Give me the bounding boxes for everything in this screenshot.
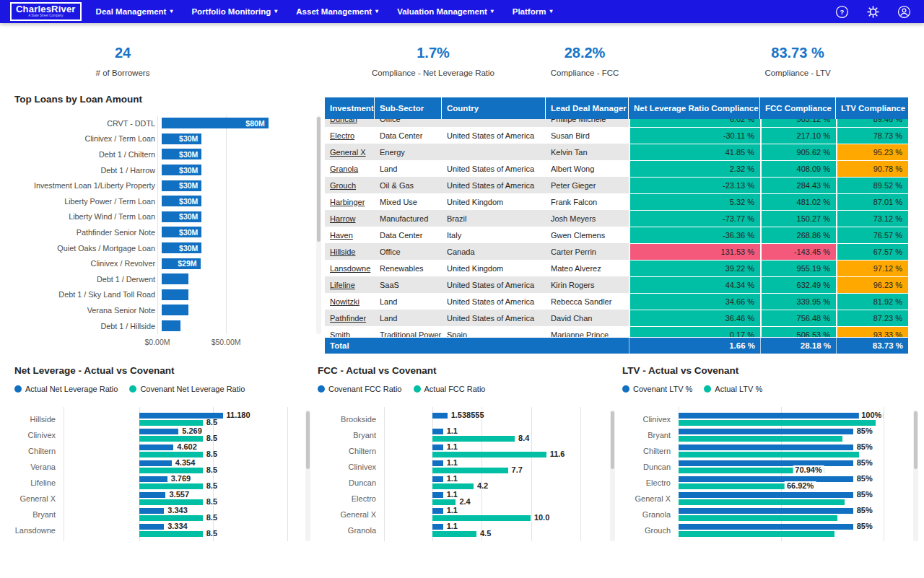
bar[interactable] <box>679 413 884 419</box>
bar[interactable]: $80M <box>162 118 269 128</box>
investment-link[interactable]: Pathfinder <box>330 314 366 323</box>
bar[interactable] <box>432 429 443 434</box>
bar[interactable]: $30M <box>162 211 201 222</box>
column-header[interactable]: Investment <box>325 97 375 119</box>
investment-link[interactable]: Granola <box>330 165 358 173</box>
vertical-scrollbar[interactable] <box>305 410 310 541</box>
bar[interactable]: $30M <box>162 165 201 175</box>
bar[interactable] <box>139 476 167 482</box>
bar[interactable] <box>432 531 476 537</box>
bar[interactable] <box>679 524 853 530</box>
investment-link[interactable]: Hillside <box>330 248 355 256</box>
column-header[interactable]: LTV Compliance <box>836 97 908 119</box>
bar[interactable] <box>432 524 443 530</box>
bar[interactable] <box>139 515 203 521</box>
nav-item-asset-management[interactable]: Asset Management ▾ <box>296 7 378 16</box>
vertical-scrollbar[interactable] <box>610 410 615 541</box>
bar[interactable] <box>432 508 443 514</box>
bar[interactable]: $29M <box>162 258 201 269</box>
investment-link[interactable]: Duncan <box>330 119 357 123</box>
bar[interactable] <box>139 429 179 434</box>
vertical-scrollbar[interactable] <box>913 410 918 541</box>
legend-entry[interactable]: Covenant FCC Ratio <box>318 385 402 393</box>
legend-entry[interactable]: Covenant LTV % <box>622 385 692 393</box>
bar[interactable]: $30M <box>162 227 201 237</box>
bar[interactable] <box>139 508 165 514</box>
bar[interactable] <box>139 524 165 530</box>
bar[interactable] <box>139 483 203 489</box>
column-header[interactable]: Lead Deal Manager <box>546 97 629 119</box>
investment-link[interactable]: Haven <box>330 231 353 240</box>
investment-link[interactable]: General X <box>330 148 366 157</box>
legend-entry[interactable]: Actual Net Leverage Ratio <box>14 385 118 393</box>
investment-link[interactable]: Lifeline <box>330 281 355 289</box>
bar[interactable] <box>139 436 203 442</box>
bar[interactable] <box>679 515 837 521</box>
user-icon[interactable] <box>897 5 911 19</box>
help-icon[interactable]: ? <box>835 5 849 19</box>
bar[interactable]: $30M <box>162 196 201 206</box>
bar[interactable] <box>679 429 853 434</box>
bar[interactable] <box>432 436 515 442</box>
investment-link[interactable]: Grouch <box>330 181 356 190</box>
investment-link[interactable]: Harrow <box>330 214 355 223</box>
nav-item-valuation-management[interactable]: Valuation Management ▾ <box>397 7 494 16</box>
bar[interactable] <box>679 531 834 537</box>
bar[interactable]: $30M <box>162 149 201 159</box>
nav-item-portfolio-monitoring[interactable]: Portfolio Monitoring ▾ <box>191 7 277 16</box>
scrollbar-thumb[interactable] <box>611 411 614 469</box>
bar[interactable] <box>432 445 443 450</box>
bar[interactable] <box>139 420 203 426</box>
column-header[interactable]: FCC Compliance <box>760 97 836 119</box>
column-header[interactable]: Net Leverage Ratio Compliance <box>629 97 760 119</box>
nav-item-deal-management[interactable]: Deal Management ▾ <box>96 7 173 16</box>
bar[interactable] <box>139 531 203 537</box>
vertical-scrollbar[interactable] <box>316 115 321 334</box>
investment-link[interactable]: Lansdowne <box>330 264 370 273</box>
legend-entry[interactable]: Covenant Net Leverage Ratio <box>129 385 245 393</box>
scrollbar-thumb[interactable] <box>317 117 321 242</box>
bar[interactable] <box>679 508 853 514</box>
investment-link[interactable]: Smith <box>330 330 350 338</box>
bar[interactable] <box>139 468 203 473</box>
brand-logo[interactable]: CharlesRiver A State Street Company <box>10 2 82 21</box>
bar[interactable] <box>162 320 180 331</box>
bar[interactable] <box>679 492 853 498</box>
investment-link[interactable]: Nowitzki <box>330 297 359 306</box>
bar[interactable] <box>679 499 845 505</box>
bar[interactable] <box>679 445 853 450</box>
bar[interactable]: $30M <box>162 180 201 191</box>
column-header[interactable]: Sub-Sector <box>375 97 442 119</box>
bar[interactable] <box>432 452 546 457</box>
column-header[interactable]: Country <box>442 97 546 119</box>
bar[interactable] <box>432 515 531 521</box>
bar[interactable] <box>432 413 448 419</box>
settings-icon[interactable] <box>866 5 880 19</box>
investment-link[interactable]: Harbinger <box>330 198 365 206</box>
investment-link[interactable]: Electro <box>330 131 354 140</box>
bar[interactable] <box>139 452 203 457</box>
bar[interactable] <box>432 492 443 498</box>
bar[interactable] <box>139 492 166 498</box>
bar[interactable]: $30M <box>162 133 201 144</box>
bar[interactable]: $30M <box>162 242 201 253</box>
scrollbar-thumb[interactable] <box>914 411 918 469</box>
bar[interactable] <box>432 483 474 489</box>
bar[interactable] <box>162 273 188 284</box>
nav-item-platform[interactable]: Platform ▾ <box>513 7 553 16</box>
bar[interactable] <box>432 499 456 505</box>
legend-entry[interactable]: Actual FCC Ratio <box>414 385 486 393</box>
bar[interactable] <box>679 476 853 482</box>
bar[interactable] <box>679 436 842 442</box>
bar[interactable] <box>432 476 443 482</box>
bar[interactable] <box>162 289 188 300</box>
bar[interactable] <box>162 305 188 315</box>
bar[interactable] <box>432 460 443 466</box>
legend-entry[interactable]: Actual LTV % <box>704 385 762 393</box>
bar[interactable] <box>679 420 876 426</box>
scrollbar-thumb[interactable] <box>306 411 310 469</box>
bar[interactable] <box>679 452 859 457</box>
bar[interactable] <box>432 468 508 473</box>
bar[interactable] <box>139 445 174 450</box>
bar[interactable] <box>139 460 172 466</box>
